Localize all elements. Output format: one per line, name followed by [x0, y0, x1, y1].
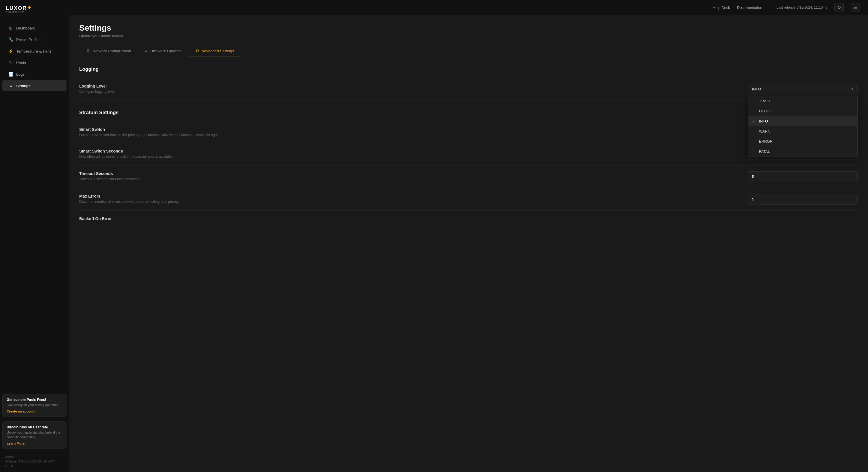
check-icon: ✓: [752, 119, 756, 123]
backoff-on-error-label: Backoff On Error: [79, 216, 748, 221]
logo: LUXOR FIRMWARE: [6, 5, 63, 13]
smart-switch-label: Smart Switch: [79, 127, 748, 132]
sidebar-item-pools[interactable]: ⛏ Pools: [2, 57, 66, 68]
smart-switch-seconds-info: Smart Switch Seconds How often will Luxm…: [79, 149, 748, 159]
logging-level-info: Logging Level Configure logging level: [79, 84, 748, 94]
sidebar: LUXOR FIRMWARE ⊞ Dashboard 🔧 Preset Prof…: [0, 0, 69, 472]
option-fatal[interactable]: FATAL: [748, 146, 857, 157]
sidebar-item-settings[interactable]: ≡ Settings: [2, 80, 66, 91]
sidebar-item-label: Settings: [16, 84, 30, 88]
logo-diamond-icon: [28, 6, 31, 9]
promo-custom-pools: Get custom Pools Fees! Gain clarity on y…: [2, 394, 66, 417]
promo1-desc: Gain clarity on your mining operation.: [7, 403, 62, 407]
last-refresh-text: Last refresh: 6/18/2024, 11:10:48: [776, 5, 828, 9]
promo1-link[interactable]: Create an account: [7, 410, 36, 413]
smart-switch-info: Smart Switch Luxminer will revert back t…: [79, 127, 748, 137]
option-warn[interactable]: WARN: [748, 126, 857, 136]
tab-label: Advanced Settings: [202, 49, 234, 53]
logging-section: Logging Logging Level Configure logging …: [79, 66, 858, 101]
option-label: TRACE: [759, 99, 772, 103]
logging-level-control: INFO ▾ TRACE DEBUG: [748, 84, 858, 95]
logging-level-dropdown[interactable]: INFO ▾: [748, 84, 858, 95]
version-info: Version: LUXminer 2024.5.30.211426-bb47a…: [0, 451, 69, 472]
refresh-icon: ↻: [837, 5, 841, 10]
max-errors-desc: Maximum number of errors allowed before …: [79, 200, 748, 204]
logging-level-row: Logging Level Configure logging level IN…: [79, 78, 858, 101]
promo-bitcoin-hashrate: Bitcoin runs on Hashrate Unlock your und…: [2, 422, 66, 449]
version-value: LUXminer 2024.5.30.211426-bb47a474-1.16.…: [5, 459, 64, 469]
promo2-link[interactable]: Learn More: [7, 442, 25, 445]
preset-profiles-icon: 🔧: [8, 37, 13, 42]
option-label: WARN: [759, 129, 770, 133]
max-errors-row: Max Errors Maximum number of errors allo…: [79, 188, 858, 210]
logging-section-title: Logging: [79, 66, 858, 72]
option-label: DEBUG: [759, 109, 772, 113]
timeout-seconds-input[interactable]: [748, 171, 858, 182]
smart-switch-seconds-desc: How often will Luxminer check if the pri…: [79, 155, 748, 159]
tab-network-configuration[interactable]: 🖥 Network Configuration: [79, 45, 138, 57]
max-errors-info: Max Errors Maximum number of errors allo…: [79, 194, 748, 204]
option-label: FATAL: [759, 149, 770, 154]
advanced-tab-icon: ⚙: [195, 48, 199, 53]
tab-firmware-updates[interactable]: ≡ Firmware Updates: [138, 45, 188, 57]
tab-label: Firmware Updates: [150, 49, 182, 53]
dashboard-icon: ⊞: [8, 26, 13, 31]
timeout-seconds-control: [748, 171, 858, 182]
option-label: INFO: [759, 119, 768, 123]
version-label: Version:: [5, 455, 64, 459]
pools-icon: ⛏: [8, 60, 13, 65]
logo-text: LUXOR: [6, 5, 27, 11]
smart-switch-seconds-row: Smart Switch Seconds How often will Luxm…: [79, 143, 858, 166]
smart-switch-desc: Luxminer will revert back to the primary…: [79, 133, 748, 137]
logs-icon: 📊: [8, 72, 13, 77]
smart-switch-seconds-label: Smart Switch Seconds: [79, 149, 748, 154]
option-debug[interactable]: DEBUG: [748, 106, 857, 116]
logging-level-menu: TRACE DEBUG ✓ INFO WARN: [748, 96, 858, 157]
tabs-bar: 🖥 Network Configuration ≡ Firmware Updat…: [79, 45, 858, 57]
page-title: Settings: [79, 23, 858, 33]
option-info[interactable]: ✓ INFO: [748, 116, 857, 126]
tab-label: Network Configuration: [93, 49, 131, 53]
refresh-button[interactable]: ↻: [834, 3, 844, 12]
page-header: Settings Update your profile details: [79, 23, 858, 38]
network-tab-icon: 🖥: [86, 48, 90, 53]
sidebar-item-label: Pools: [16, 61, 26, 65]
sidebar-item-dashboard[interactable]: ⊞ Dashboard: [2, 23, 66, 34]
sidebar-nav: ⊞ Dashboard 🔧 Preset Profiles ⚡ Temperat…: [0, 19, 69, 392]
documentation-link[interactable]: Documentation: [737, 5, 762, 10]
sidebar-item-label: Temperature & Fans: [16, 49, 52, 54]
menu-icon: ☰: [854, 5, 857, 10]
chevron-down-icon: ▾: [851, 87, 853, 91]
sidebar-item-label: Dashboard: [16, 26, 35, 30]
settings-menu-button[interactable]: ☰: [851, 3, 860, 12]
max-errors-input[interactable]: [748, 194, 858, 204]
sidebar-item-label: Preset Profiles: [16, 38, 42, 42]
backoff-on-error-info: Backoff On Error: [79, 216, 748, 222]
max-errors-control: [748, 194, 858, 204]
settings-icon: ≡: [8, 83, 13, 89]
promo1-title: Get custom Pools Fees!: [7, 398, 62, 402]
sidebar-item-preset-profiles[interactable]: 🔧 Preset Profiles: [2, 34, 66, 45]
timeout-seconds-label: Timeout Seconds: [79, 171, 748, 176]
timeout-seconds-desc: Timeout in seconds for each connection.: [79, 177, 748, 181]
tab-advanced-settings[interactable]: ⚙ Advanced Settings: [188, 45, 241, 57]
help-desk-link[interactable]: Help Desk: [713, 5, 730, 10]
page-subtitle: Update your profile details: [79, 34, 858, 38]
logo-subtext: FIRMWARE: [6, 11, 25, 13]
sidebar-item-logs[interactable]: 📊 Logs: [2, 69, 66, 80]
temperature-fans-icon: ⚡: [8, 48, 13, 54]
main-content: Help Desk Documentation Last refresh: 6/…: [69, 0, 868, 472]
option-error[interactable]: ERROR: [748, 136, 857, 146]
page-content: Settings Update your profile details 🖥 N…: [69, 15, 868, 472]
max-errors-label: Max Errors: [79, 194, 748, 198]
stratum-section: Stratum Settings Smart Switch Luxminer w…: [79, 110, 858, 228]
option-trace[interactable]: TRACE: [748, 96, 857, 106]
sidebar-item-temperature-fans[interactable]: ⚡ Temperature & Fans: [2, 46, 66, 57]
sidebar-item-label: Logs: [16, 72, 25, 76]
promo2-title: Bitcoin runs on Hashrate: [7, 425, 62, 429]
promo2-desc: Unlock your understanding behind the com…: [7, 430, 62, 439]
logging-level-desc: Configure logging level: [79, 90, 748, 94]
topbar-refresh: Last refresh: 6/18/2024, 11:10:48: [776, 5, 828, 9]
backoff-on-error-row: Backoff On Error: [79, 210, 858, 228]
stratum-section-title: Stratum Settings: [79, 110, 858, 115]
